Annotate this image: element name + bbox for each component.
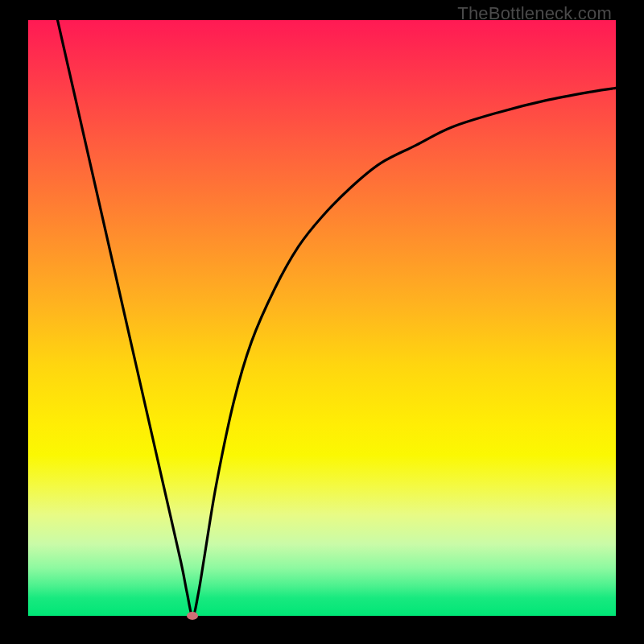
watermark-text: TheBottleneck.com [457,3,612,24]
curve-svg [28,20,616,616]
minimum-marker [187,612,198,620]
chart-frame: TheBottleneck.com [0,0,644,644]
bottleneck-curve [58,20,617,616]
plot-area [28,20,616,616]
